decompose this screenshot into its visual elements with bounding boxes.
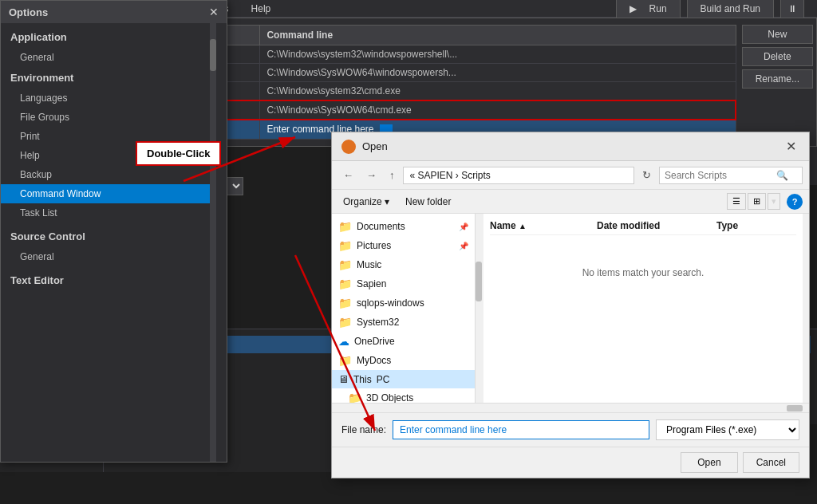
options-dialog: Options ✕ Application General Environmen… bbox=[0, 0, 227, 463]
tree-item-mydocs[interactable]: 📁 MyDocs bbox=[332, 351, 475, 370]
dialog-close-btn[interactable]: ✕ bbox=[783, 139, 799, 154]
sidebar-item-file-groups[interactable]: File Groups bbox=[1, 108, 216, 127]
rename-shell-btn[interactable]: Rename... bbox=[742, 69, 813, 89]
cancel-dialog-btn[interactable]: Cancel bbox=[743, 452, 799, 473]
nav-up-btn[interactable]: ↑ bbox=[385, 166, 400, 184]
sidebar-item-task-list[interactable]: Task List bbox=[1, 203, 216, 222]
list-view-btn[interactable]: ☰ bbox=[727, 193, 746, 210]
open-dialog-toolbar: Organize ▾ New folder ☰ ⊞ ▾ ? bbox=[332, 190, 809, 214]
folder-icon: 📁 bbox=[338, 354, 352, 367]
new-folder-btn[interactable]: New folder bbox=[401, 194, 456, 210]
double-click-tooltip: Double-Click bbox=[136, 141, 221, 166]
tree-item-3d-objects[interactable]: 📁 3D Objects bbox=[332, 388, 475, 403]
computer-icon: 🖥 bbox=[338, 373, 349, 385]
open-file-btn[interactable]: Open bbox=[681, 452, 737, 473]
menu-help[interactable]: Help bbox=[247, 2, 276, 16]
help-btn[interactable]: ? bbox=[787, 194, 803, 210]
nav-forward-btn[interactable]: → bbox=[361, 166, 381, 184]
open-dialog-body: 📁 Documents 📌 📁 Pictures 📌 📁 Music 📁 Sap… bbox=[332, 214, 809, 403]
detail-view-btn[interactable]: ⊞ bbox=[748, 193, 766, 210]
view-buttons: ☰ ⊞ ▾ bbox=[727, 193, 780, 210]
folder-icon: 📁 bbox=[338, 220, 352, 233]
delete-shell-btn[interactable]: Delete bbox=[742, 47, 813, 66]
section-application: Application General bbox=[1, 23, 216, 67]
nav-refresh-btn[interactable]: ↻ bbox=[637, 166, 656, 184]
tree-item-onedrive[interactable]: ☁ OneDrive bbox=[332, 332, 475, 351]
open-dialog: Open ✕ ← → ↑ « SAPIEN › Scripts ↻ 🔍 Orga… bbox=[331, 132, 810, 478]
filename-label: File name: bbox=[341, 424, 386, 435]
toolbar-build-run-btn[interactable]: Build and Run bbox=[687, 0, 774, 20]
no-items-message: No items match your search. bbox=[490, 267, 796, 278]
horizontal-scrollbar[interactable] bbox=[332, 403, 809, 412]
section-text-editor: Text Editor bbox=[1, 266, 216, 291]
build-run-label: Build and Run bbox=[696, 2, 765, 16]
run-icon: ▶ bbox=[625, 2, 641, 16]
tree-item-music[interactable]: 📁 Music bbox=[332, 255, 475, 274]
search-icon: 🔍 bbox=[776, 170, 788, 181]
file-list-header: Name ▲ Date modified Type bbox=[490, 220, 796, 235]
open-dialog-title-text: Open bbox=[362, 140, 388, 152]
folder-icon: 📁 bbox=[338, 297, 352, 309]
options-titlebar: Options ✕ bbox=[1, 1, 227, 23]
breadcrumb[interactable]: « SAPIEN › Scripts bbox=[403, 167, 635, 184]
open-dialog-titlebar: Open ✕ bbox=[332, 132, 809, 161]
folder-icon: 📁 bbox=[348, 392, 361, 403]
sidebar-item-languages[interactable]: Languages bbox=[1, 89, 216, 108]
filetype-select[interactable]: Program Files (*.exe) bbox=[656, 419, 799, 440]
col-type[interactable]: Type bbox=[716, 220, 796, 231]
file-tree: 📁 Documents 📌 📁 Pictures 📌 📁 Music 📁 Sap… bbox=[332, 214, 476, 403]
view-dropdown-arrow[interactable]: ▾ bbox=[768, 193, 780, 210]
new-shell-btn[interactable]: New bbox=[742, 25, 813, 44]
search-bar: 🔍 bbox=[659, 167, 803, 184]
sidebar-item-general-sc[interactable]: General bbox=[1, 247, 216, 266]
options-close-btn[interactable]: ✕ bbox=[209, 6, 219, 18]
folder-icon: 📁 bbox=[338, 316, 352, 329]
folder-icon: 📁 bbox=[338, 278, 352, 290]
sidebar-item-backup[interactable]: Backup bbox=[1, 165, 216, 184]
folder-icon: 📁 bbox=[338, 258, 352, 271]
filename-input[interactable] bbox=[393, 420, 649, 439]
text-editor-section-title: Text Editor bbox=[1, 266, 216, 291]
tree-item-system32[interactable]: 📁 System32 bbox=[332, 313, 475, 332]
pin-icon: 📌 bbox=[459, 242, 468, 250]
options-title: Options bbox=[9, 6, 48, 18]
nav-back-btn[interactable]: ← bbox=[338, 166, 358, 184]
pin-icon: 📌 bbox=[459, 222, 468, 231]
col-date[interactable]: Date modified bbox=[597, 220, 716, 231]
col-name[interactable]: Name ▲ bbox=[490, 220, 597, 231]
tree-item-sapien[interactable]: 📁 Sapien bbox=[332, 274, 475, 293]
sidebar-item-general-app[interactable]: General bbox=[1, 48, 216, 67]
application-section-title: Application bbox=[1, 23, 216, 48]
tree-item-pictures[interactable]: 📁 Pictures 📌 bbox=[332, 236, 475, 255]
source-control-section-title: Source Control bbox=[1, 222, 216, 247]
tree-item-this-pc[interactable]: 🖥 This PC bbox=[332, 370, 475, 388]
organize-btn[interactable]: Organize ▾ bbox=[338, 194, 394, 210]
file-main-area: Name ▲ Date modified Type No items match… bbox=[483, 214, 803, 403]
tree-item-sqlops[interactable]: 📁 sqlops-windows bbox=[332, 293, 475, 313]
search-input[interactable] bbox=[665, 170, 776, 181]
col-command-line: Command line bbox=[260, 26, 736, 45]
cloud-icon: ☁ bbox=[338, 335, 349, 348]
section-source-control: Source Control General bbox=[1, 222, 216, 266]
tree-item-documents[interactable]: 📁 Documents 📌 bbox=[332, 217, 475, 236]
open-dialog-nav: ← → ↑ « SAPIEN › Scripts ↻ 🔍 bbox=[332, 161, 809, 190]
toolbar-run-btn[interactable]: ▶ Run bbox=[616, 0, 681, 20]
environment-section-title: Environment bbox=[1, 67, 216, 89]
dialog-app-icon bbox=[341, 140, 356, 154]
breadcrumb-text: « SAPIEN › Scripts bbox=[410, 170, 491, 181]
folder-icon: 📁 bbox=[338, 239, 352, 252]
open-dialog-footer: File name: Program Files (*.exe) bbox=[332, 412, 809, 447]
sidebar-item-command-window[interactable]: Command Window bbox=[1, 184, 216, 203]
toolbar-pause-btn[interactable]: ⏸ bbox=[780, 0, 804, 20]
